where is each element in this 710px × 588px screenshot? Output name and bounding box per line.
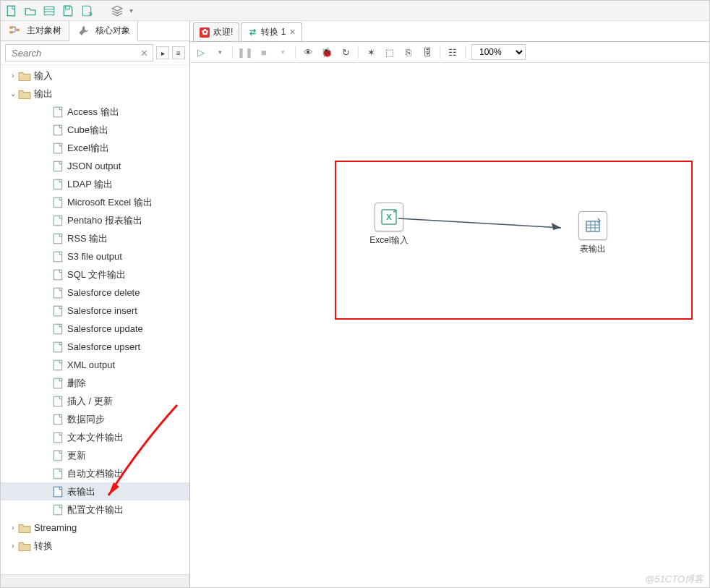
tree-label: 配置文件输出 <box>67 503 124 516</box>
canvas-area: ✿ 欢迎! ⇄ 转换 1 ✕ ▷ ▾ ❚❚ ■ ▾ 👁 🐞 ↻ <box>190 21 709 587</box>
tree-item-output-12[interactable]: Salesforce update <box>1 320 189 338</box>
tree-item-output-11[interactable]: Salesforce insert <box>1 302 189 320</box>
svg-rect-28 <box>54 469 61 479</box>
sql-icon[interactable]: ⎘ <box>402 46 415 59</box>
tree-item-output-4[interactable]: LDAP 输出 <box>1 175 189 193</box>
svg-rect-12 <box>54 179 61 189</box>
clear-icon[interactable]: ✕ <box>140 48 148 59</box>
tree-item-output-18[interactable]: 文本文件输出 <box>1 428 189 446</box>
saveas-icon[interactable] <box>80 4 93 17</box>
tree-item-output-22[interactable]: 配置文件输出 <box>1 500 189 519</box>
svg-rect-9 <box>54 125 61 135</box>
tree-label: Salesforce upsert <box>67 341 140 352</box>
collapse-all-icon[interactable]: ≡ <box>172 46 185 59</box>
search-box[interactable]: ✕ <box>5 44 153 61</box>
explore-db-icon[interactable]: 🗄 <box>421 46 434 59</box>
tree-label: 输入 <box>34 69 53 82</box>
new-icon[interactable] <box>5 4 18 17</box>
tab-main-tree[interactable]: 主对象树 <box>1 21 69 41</box>
node-icon <box>51 468 64 480</box>
tree-label: Streaming <box>34 522 77 533</box>
dropdown-icon[interactable]: ▾ <box>129 7 133 14</box>
node-icon <box>51 124 64 136</box>
tree-item-output-7[interactable]: RSS 输出 <box>1 229 189 247</box>
tree-item-output-2[interactable]: Excel输出 <box>1 139 189 157</box>
node-icon <box>51 341 64 353</box>
run-drop-icon[interactable]: ▾ <box>213 46 226 59</box>
tree-item-output-6[interactable]: Pentaho 报表输出 <box>1 211 189 229</box>
svg-rect-30 <box>54 505 61 515</box>
tree-item-output-3[interactable]: JSON output <box>1 157 189 175</box>
preview-icon[interactable]: 👁 <box>301 46 315 59</box>
svg-rect-6 <box>9 31 13 33</box>
svg-rect-11 <box>54 161 61 171</box>
tree-folder-transform[interactable]: ›转换 <box>1 537 189 555</box>
expand-all-icon[interactable]: ▸ <box>156 46 169 59</box>
tree-item-output-17[interactable]: 数据同步 <box>1 410 189 428</box>
layers-icon[interactable] <box>111 4 124 17</box>
step-table-output[interactable]: 表输出 <box>568 211 618 255</box>
tab-welcome[interactable]: ✿ 欢迎! <box>193 22 239 41</box>
tab-transform[interactable]: ⇄ 转换 1 ✕ <box>241 22 302 41</box>
node-icon <box>51 179 64 190</box>
svg-rect-13 <box>54 197 61 208</box>
stop-drop-icon[interactable]: ▾ <box>276 46 289 59</box>
tree-label: 插入 / 更新 <box>67 395 113 408</box>
svg-text:X: X <box>386 213 392 221</box>
tree-item-output-8[interactable]: S3 file output <box>1 247 189 265</box>
tree-label: RSS 输出 <box>67 232 108 245</box>
impact-icon[interactable]: ⬚ <box>383 46 396 59</box>
canvas-tabs: ✿ 欢迎! ⇄ 转换 1 ✕ <box>190 21 709 41</box>
tree-folder-streaming[interactable]: ›Streaming <box>1 519 189 537</box>
tree-label: Salesforce insert <box>67 305 137 316</box>
tree-label: Salesforce update <box>67 323 143 334</box>
tree-label: Access 输出 <box>67 106 119 119</box>
tab-main-tree-label: 主对象树 <box>27 25 61 37</box>
run-icon[interactable]: ▷ <box>194 46 208 59</box>
tree-item-output-9[interactable]: SQL 文件输出 <box>1 265 189 284</box>
tree-item-output-21[interactable]: 表输出 <box>1 482 189 500</box>
tree-item-output-14[interactable]: XML output <box>1 356 189 374</box>
zoom-select[interactable]: 100% <box>471 44 526 60</box>
tree-label: 自动文档输出 <box>67 467 124 480</box>
node-icon <box>51 269 64 281</box>
pause-icon[interactable]: ❚❚ <box>239 46 252 59</box>
tree-item-output-16[interactable]: 插入 / 更新 <box>1 392 189 410</box>
replay-icon[interactable]: ↻ <box>339 46 352 59</box>
tree-item-output-1[interactable]: Cube输出 <box>1 121 189 139</box>
node-icon <box>51 251 64 263</box>
node-icon <box>51 305 64 317</box>
canvas[interactable]: X Excel输入 表输出 @51CTO博客 <box>190 63 709 587</box>
tree-icon <box>8 25 21 37</box>
save-icon[interactable] <box>61 4 74 17</box>
search-row: ✕ ▸ ≡ <box>1 41 189 65</box>
expander-icon[interactable]: › <box>8 524 18 532</box>
h-scrollbar[interactable] <box>1 574 189 587</box>
expander-icon[interactable]: ⌄ <box>8 90 18 98</box>
tree-item-output-20[interactable]: 自动文档输出 <box>1 464 189 482</box>
show-results-icon[interactable]: ☷ <box>446 46 459 59</box>
expander-icon[interactable]: › <box>8 72 18 80</box>
welcome-icon: ✿ <box>200 27 210 38</box>
tree[interactable]: ›输入⌄输出Access 输出Cube输出Excel输出JSON outputL… <box>1 65 189 574</box>
tree-item-output-5[interactable]: Microsoft Excel 输出 <box>1 193 189 211</box>
tree-item-output-13[interactable]: Salesforce upsert <box>1 338 189 356</box>
verify-icon[interactable]: ✶ <box>364 46 377 59</box>
close-icon[interactable]: ✕ <box>289 27 296 37</box>
tree-label: SQL 文件输出 <box>67 268 126 281</box>
open-icon[interactable] <box>24 4 37 17</box>
stop-icon[interactable]: ■ <box>257 46 270 59</box>
tree-folder-input[interactable]: ›输入 <box>1 67 189 85</box>
tree-folder-output[interactable]: ⌄输出 <box>1 85 189 103</box>
node-icon <box>51 450 64 461</box>
search-input[interactable] <box>10 47 140 59</box>
expander-icon[interactable]: › <box>8 542 18 550</box>
tab-core-obj[interactable]: 核心对象 <box>69 21 138 41</box>
node-icon <box>18 88 31 100</box>
tree-item-output-19[interactable]: 更新 <box>1 446 189 464</box>
tree-item-output-0[interactable]: Access 输出 <box>1 103 189 121</box>
tree-item-output-10[interactable]: Salesforce delete <box>1 284 189 302</box>
node-icon <box>51 359 64 371</box>
tree-item-output-15[interactable]: 删除 <box>1 374 189 392</box>
explore-icon[interactable] <box>43 4 56 17</box>
